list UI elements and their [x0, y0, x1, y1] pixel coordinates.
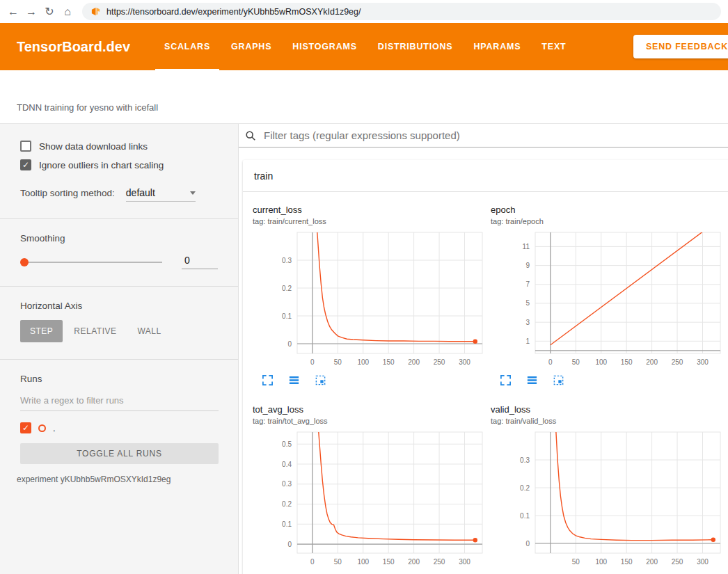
lines-icon[interactable]	[526, 374, 538, 386]
smoothing-slider[interactable]	[20, 257, 162, 267]
line-chart[interactable]: 00.10.20.3050100150200250300	[253, 228, 485, 372]
tab-distributions[interactable]: DISTRIBUTIONS	[367, 23, 464, 70]
slider-thumb[interactable]	[20, 258, 29, 266]
tensorboard-favicon-icon	[90, 6, 101, 17]
svg-text:200: 200	[646, 358, 658, 366]
send-feedback-button[interactable]: SEND FEEDBACK	[633, 35, 728, 58]
line-chart[interactable]: 1357911050100150200250300	[491, 228, 723, 372]
chart-card-tot_avg_loss: tot_avg_loss tag: train/tot_avg_loss 00.…	[253, 404, 485, 574]
svg-text:0: 0	[310, 358, 315, 366]
svg-text:0.5: 0.5	[282, 440, 292, 448]
svg-text:50: 50	[334, 358, 342, 366]
axis-button-wall[interactable]: WALL	[127, 320, 171, 342]
svg-text:200: 200	[408, 358, 420, 366]
tab-histograms[interactable]: HISTOGRAMS	[282, 23, 367, 70]
expand-icon[interactable]	[262, 374, 274, 386]
ignore-outliers-checkbox[interactable]: ✓	[20, 159, 31, 170]
url-text: https://tensorboard.dev/experiment/yKUbh…	[106, 7, 361, 17]
tooltip-sorting-label: Tooltip sorting method:	[20, 188, 115, 198]
chevron-down-icon	[190, 191, 196, 195]
svg-text:100: 100	[595, 558, 607, 566]
chart-card-epoch: epoch tag: train/epoch 13579110501001502…	[491, 205, 723, 386]
svg-text:100: 100	[357, 558, 369, 566]
tooltip-sorting-value: default	[126, 187, 155, 198]
run-row[interactable]: ✓ .	[20, 422, 218, 433]
chart-tag: tag: train/current_loss	[253, 217, 485, 225]
svg-text:0.3: 0.3	[282, 257, 292, 264]
svg-text:100: 100	[357, 358, 369, 366]
svg-text:250: 250	[672, 558, 683, 566]
horizontal-axis-label: Horizontal Axis	[20, 301, 218, 311]
fit-domain-icon[interactable]	[553, 374, 564, 386]
experiment-id-label: experiment yKUbhb5wRmOSXYkId1z9eg	[17, 475, 218, 484]
tab-scalars[interactable]: SCALARS	[154, 23, 221, 70]
runs-filter-input[interactable]	[20, 392, 219, 411]
chart-title: current_loss	[253, 205, 485, 215]
svg-text:0: 0	[287, 541, 292, 548]
svg-text:0: 0	[525, 540, 530, 548]
svg-text:1: 1	[525, 337, 530, 345]
svg-text:200: 200	[408, 558, 420, 566]
lines-icon[interactable]	[288, 374, 300, 386]
chart-title: epoch	[491, 205, 723, 215]
axis-button-relative[interactable]: RELATIVE	[64, 320, 126, 342]
tab-hparams[interactable]: HPARAMS	[463, 23, 531, 70]
run-color-swatch	[38, 424, 46, 432]
settings-sidebar: Show data download links ✓ Ignore outlie…	[0, 124, 239, 574]
svg-text:3: 3	[525, 319, 530, 326]
svg-text:200: 200	[646, 558, 658, 566]
tag-filter-row	[239, 124, 728, 148]
smoothing-row: 0	[20, 255, 218, 269]
slider-track[interactable]	[20, 262, 162, 263]
tensorboard-app: ← → ↻ ⌂ https://tensorboard.dev/experime…	[0, 0, 728, 574]
toggle-all-runs-button[interactable]: TOGGLE ALL RUNS	[20, 443, 219, 464]
smoothing-label: Smoothing	[20, 233, 218, 244]
chart-tag: tag: train/valid_loss	[491, 417, 723, 425]
tooltip-sorting-select[interactable]: default	[126, 187, 196, 202]
chart-tag: tag: train/tot_avg_loss	[253, 417, 485, 425]
svg-text:0.1: 0.1	[520, 512, 530, 520]
chart-title: tot_avg_loss	[253, 404, 485, 415]
app-header: TensorBoard.dev SCALARSGRAPHSHISTOGRAMSD…	[0, 23, 728, 70]
show-download-label: Show data download links	[39, 141, 148, 152]
show-download-row[interactable]: Show data download links	[20, 141, 218, 152]
tab-text[interactable]: TEXT	[531, 23, 576, 70]
svg-text:150: 150	[383, 558, 395, 566]
chart-title: valid_loss	[491, 404, 723, 415]
chart-toolbar	[253, 374, 485, 386]
ignore-outliers-label: Ignore outliers in chart scaling	[39, 160, 164, 170]
svg-text:0.4: 0.4	[282, 461, 292, 468]
tooltip-sorting-row: Tooltip sorting method: default	[20, 187, 218, 202]
expand-icon[interactable]	[500, 374, 512, 386]
svg-text:150: 150	[383, 358, 395, 366]
home-icon[interactable]: ⌂	[58, 6, 77, 18]
svg-text:250: 250	[434, 558, 445, 566]
ignore-outliers-row[interactable]: ✓ Ignore outliers in chart scaling	[20, 159, 218, 170]
svg-text:300: 300	[697, 558, 709, 566]
svg-text:150: 150	[621, 358, 633, 366]
svg-text:0: 0	[548, 358, 553, 366]
svg-text:7: 7	[525, 280, 530, 288]
experiment-title: TDNN training for yesno with icefall	[17, 102, 158, 113]
line-chart[interactable]: 00.10.20.30.40.5050100150200250300	[253, 428, 485, 571]
run-checkbox[interactable]: ✓	[20, 422, 31, 433]
reload-icon[interactable]: ↻	[40, 5, 58, 18]
show-download-checkbox[interactable]	[20, 141, 31, 152]
content-row: Show data download links ✓ Ignore outlie…	[0, 124, 728, 574]
tag-group-header[interactable]: train	[243, 160, 728, 192]
svg-text:50: 50	[572, 558, 580, 566]
back-icon[interactable]: ←	[4, 6, 22, 18]
tag-filter-input[interactable]	[262, 129, 728, 142]
line-chart[interactable]: 00.10.20.350100150200250300	[491, 428, 723, 571]
svg-text:0.2: 0.2	[520, 484, 530, 492]
smoothing-value-input[interactable]: 0	[182, 255, 218, 269]
tab-graphs[interactable]: GRAPHS	[221, 23, 282, 70]
fit-domain-icon[interactable]	[315, 374, 326, 386]
sidebar-divider	[0, 359, 238, 360]
address-bar[interactable]: https://tensorboard.dev/experiment/yKUbh…	[82, 3, 721, 20]
sidebar-divider	[0, 286, 238, 287]
svg-text:100: 100	[595, 358, 607, 366]
runs-label: Runs	[20, 374, 218, 384]
axis-button-step[interactable]: STEP	[20, 320, 63, 342]
forward-icon[interactable]: →	[22, 6, 40, 18]
